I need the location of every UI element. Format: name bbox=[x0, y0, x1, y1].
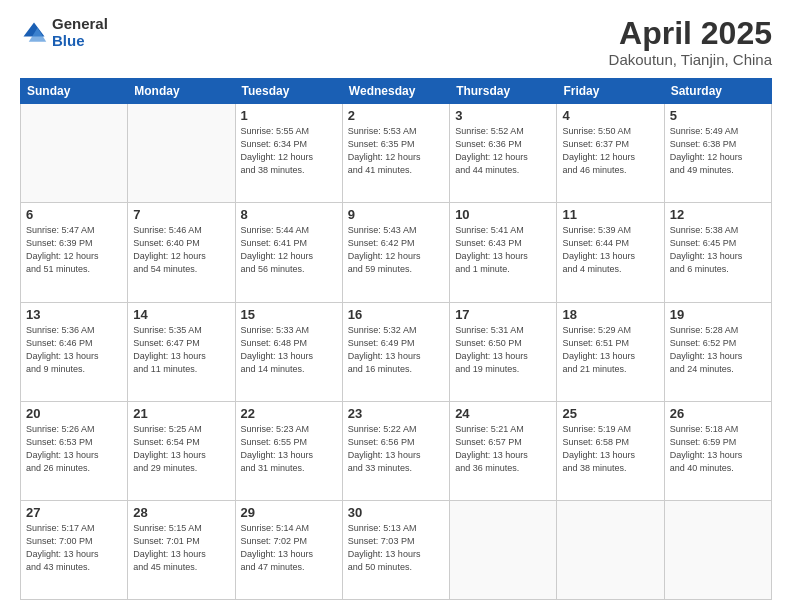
weekday-header: Thursday bbox=[450, 79, 557, 104]
calendar-week-row: 20Sunrise: 5:26 AM Sunset: 6:53 PM Dayli… bbox=[21, 401, 772, 500]
calendar-cell: 30Sunrise: 5:13 AM Sunset: 7:03 PM Dayli… bbox=[342, 500, 449, 599]
day-info: Sunrise: 5:17 AM Sunset: 7:00 PM Dayligh… bbox=[26, 522, 122, 574]
weekday-header: Friday bbox=[557, 79, 664, 104]
calendar-cell bbox=[664, 500, 771, 599]
calendar-cell: 19Sunrise: 5:28 AM Sunset: 6:52 PM Dayli… bbox=[664, 302, 771, 401]
day-info: Sunrise: 5:22 AM Sunset: 6:56 PM Dayligh… bbox=[348, 423, 444, 475]
calendar-subtitle: Dakoutun, Tianjin, China bbox=[609, 51, 772, 68]
calendar-cell: 14Sunrise: 5:35 AM Sunset: 6:47 PM Dayli… bbox=[128, 302, 235, 401]
logo-general: General bbox=[52, 16, 108, 33]
calendar-cell: 18Sunrise: 5:29 AM Sunset: 6:51 PM Dayli… bbox=[557, 302, 664, 401]
calendar-cell bbox=[128, 104, 235, 203]
day-number: 22 bbox=[241, 406, 337, 421]
day-info: Sunrise: 5:50 AM Sunset: 6:37 PM Dayligh… bbox=[562, 125, 658, 177]
day-info: Sunrise: 5:49 AM Sunset: 6:38 PM Dayligh… bbox=[670, 125, 766, 177]
calendar-cell bbox=[450, 500, 557, 599]
day-info: Sunrise: 5:32 AM Sunset: 6:49 PM Dayligh… bbox=[348, 324, 444, 376]
day-number: 20 bbox=[26, 406, 122, 421]
calendar-cell bbox=[557, 500, 664, 599]
day-info: Sunrise: 5:31 AM Sunset: 6:50 PM Dayligh… bbox=[455, 324, 551, 376]
day-number: 24 bbox=[455, 406, 551, 421]
calendar-cell: 8Sunrise: 5:44 AM Sunset: 6:41 PM Daylig… bbox=[235, 203, 342, 302]
header: General Blue April 2025 Dakoutun, Tianji… bbox=[20, 16, 772, 68]
weekday-header: Sunday bbox=[21, 79, 128, 104]
calendar-week-row: 27Sunrise: 5:17 AM Sunset: 7:00 PM Dayli… bbox=[21, 500, 772, 599]
weekday-row: SundayMondayTuesdayWednesdayThursdayFrid… bbox=[21, 79, 772, 104]
calendar-cell: 4Sunrise: 5:50 AM Sunset: 6:37 PM Daylig… bbox=[557, 104, 664, 203]
calendar-cell: 20Sunrise: 5:26 AM Sunset: 6:53 PM Dayli… bbox=[21, 401, 128, 500]
day-info: Sunrise: 5:46 AM Sunset: 6:40 PM Dayligh… bbox=[133, 224, 229, 276]
calendar-cell: 11Sunrise: 5:39 AM Sunset: 6:44 PM Dayli… bbox=[557, 203, 664, 302]
calendar-cell: 10Sunrise: 5:41 AM Sunset: 6:43 PM Dayli… bbox=[450, 203, 557, 302]
calendar-title: April 2025 bbox=[609, 16, 772, 51]
calendar-week-row: 1Sunrise: 5:55 AM Sunset: 6:34 PM Daylig… bbox=[21, 104, 772, 203]
calendar-cell: 28Sunrise: 5:15 AM Sunset: 7:01 PM Dayli… bbox=[128, 500, 235, 599]
logo-blue: Blue bbox=[52, 33, 108, 50]
day-number: 27 bbox=[26, 505, 122, 520]
calendar-cell: 12Sunrise: 5:38 AM Sunset: 6:45 PM Dayli… bbox=[664, 203, 771, 302]
day-info: Sunrise: 5:13 AM Sunset: 7:03 PM Dayligh… bbox=[348, 522, 444, 574]
day-number: 11 bbox=[562, 207, 658, 222]
calendar-cell: 9Sunrise: 5:43 AM Sunset: 6:42 PM Daylig… bbox=[342, 203, 449, 302]
logo-text: General Blue bbox=[52, 16, 108, 49]
calendar-cell: 23Sunrise: 5:22 AM Sunset: 6:56 PM Dayli… bbox=[342, 401, 449, 500]
title-block: April 2025 Dakoutun, Tianjin, China bbox=[609, 16, 772, 68]
day-number: 10 bbox=[455, 207, 551, 222]
weekday-header: Wednesday bbox=[342, 79, 449, 104]
day-info: Sunrise: 5:29 AM Sunset: 6:51 PM Dayligh… bbox=[562, 324, 658, 376]
day-number: 7 bbox=[133, 207, 229, 222]
logo: General Blue bbox=[20, 16, 108, 49]
day-number: 26 bbox=[670, 406, 766, 421]
day-info: Sunrise: 5:28 AM Sunset: 6:52 PM Dayligh… bbox=[670, 324, 766, 376]
calendar-cell: 3Sunrise: 5:52 AM Sunset: 6:36 PM Daylig… bbox=[450, 104, 557, 203]
calendar-week-row: 6Sunrise: 5:47 AM Sunset: 6:39 PM Daylig… bbox=[21, 203, 772, 302]
day-number: 4 bbox=[562, 108, 658, 123]
calendar-body: 1Sunrise: 5:55 AM Sunset: 6:34 PM Daylig… bbox=[21, 104, 772, 600]
day-info: Sunrise: 5:55 AM Sunset: 6:34 PM Dayligh… bbox=[241, 125, 337, 177]
calendar-week-row: 13Sunrise: 5:36 AM Sunset: 6:46 PM Dayli… bbox=[21, 302, 772, 401]
calendar-cell: 21Sunrise: 5:25 AM Sunset: 6:54 PM Dayli… bbox=[128, 401, 235, 500]
day-number: 28 bbox=[133, 505, 229, 520]
day-info: Sunrise: 5:26 AM Sunset: 6:53 PM Dayligh… bbox=[26, 423, 122, 475]
day-info: Sunrise: 5:33 AM Sunset: 6:48 PM Dayligh… bbox=[241, 324, 337, 376]
calendar-cell: 17Sunrise: 5:31 AM Sunset: 6:50 PM Dayli… bbox=[450, 302, 557, 401]
day-number: 30 bbox=[348, 505, 444, 520]
calendar-cell: 15Sunrise: 5:33 AM Sunset: 6:48 PM Dayli… bbox=[235, 302, 342, 401]
day-number: 8 bbox=[241, 207, 337, 222]
weekday-header: Tuesday bbox=[235, 79, 342, 104]
page: General Blue April 2025 Dakoutun, Tianji… bbox=[0, 0, 792, 612]
day-info: Sunrise: 5:25 AM Sunset: 6:54 PM Dayligh… bbox=[133, 423, 229, 475]
calendar-cell: 5Sunrise: 5:49 AM Sunset: 6:38 PM Daylig… bbox=[664, 104, 771, 203]
day-number: 15 bbox=[241, 307, 337, 322]
day-number: 14 bbox=[133, 307, 229, 322]
calendar-cell: 25Sunrise: 5:19 AM Sunset: 6:58 PM Dayli… bbox=[557, 401, 664, 500]
day-info: Sunrise: 5:15 AM Sunset: 7:01 PM Dayligh… bbox=[133, 522, 229, 574]
calendar-cell: 27Sunrise: 5:17 AM Sunset: 7:00 PM Dayli… bbox=[21, 500, 128, 599]
day-info: Sunrise: 5:53 AM Sunset: 6:35 PM Dayligh… bbox=[348, 125, 444, 177]
calendar-cell: 13Sunrise: 5:36 AM Sunset: 6:46 PM Dayli… bbox=[21, 302, 128, 401]
day-info: Sunrise: 5:41 AM Sunset: 6:43 PM Dayligh… bbox=[455, 224, 551, 276]
weekday-header: Monday bbox=[128, 79, 235, 104]
day-number: 12 bbox=[670, 207, 766, 222]
day-info: Sunrise: 5:44 AM Sunset: 6:41 PM Dayligh… bbox=[241, 224, 337, 276]
day-info: Sunrise: 5:52 AM Sunset: 6:36 PM Dayligh… bbox=[455, 125, 551, 177]
day-number: 29 bbox=[241, 505, 337, 520]
day-info: Sunrise: 5:43 AM Sunset: 6:42 PM Dayligh… bbox=[348, 224, 444, 276]
calendar-cell: 24Sunrise: 5:21 AM Sunset: 6:57 PM Dayli… bbox=[450, 401, 557, 500]
day-number: 16 bbox=[348, 307, 444, 322]
calendar-cell: 2Sunrise: 5:53 AM Sunset: 6:35 PM Daylig… bbox=[342, 104, 449, 203]
calendar-cell: 22Sunrise: 5:23 AM Sunset: 6:55 PM Dayli… bbox=[235, 401, 342, 500]
day-number: 9 bbox=[348, 207, 444, 222]
calendar-cell: 1Sunrise: 5:55 AM Sunset: 6:34 PM Daylig… bbox=[235, 104, 342, 203]
calendar-cell: 26Sunrise: 5:18 AM Sunset: 6:59 PM Dayli… bbox=[664, 401, 771, 500]
day-number: 18 bbox=[562, 307, 658, 322]
day-number: 25 bbox=[562, 406, 658, 421]
day-number: 21 bbox=[133, 406, 229, 421]
calendar-table: SundayMondayTuesdayWednesdayThursdayFrid… bbox=[20, 78, 772, 600]
day-number: 6 bbox=[26, 207, 122, 222]
day-info: Sunrise: 5:38 AM Sunset: 6:45 PM Dayligh… bbox=[670, 224, 766, 276]
logo-icon bbox=[20, 19, 48, 47]
day-number: 1 bbox=[241, 108, 337, 123]
calendar-cell: 6Sunrise: 5:47 AM Sunset: 6:39 PM Daylig… bbox=[21, 203, 128, 302]
day-info: Sunrise: 5:35 AM Sunset: 6:47 PM Dayligh… bbox=[133, 324, 229, 376]
